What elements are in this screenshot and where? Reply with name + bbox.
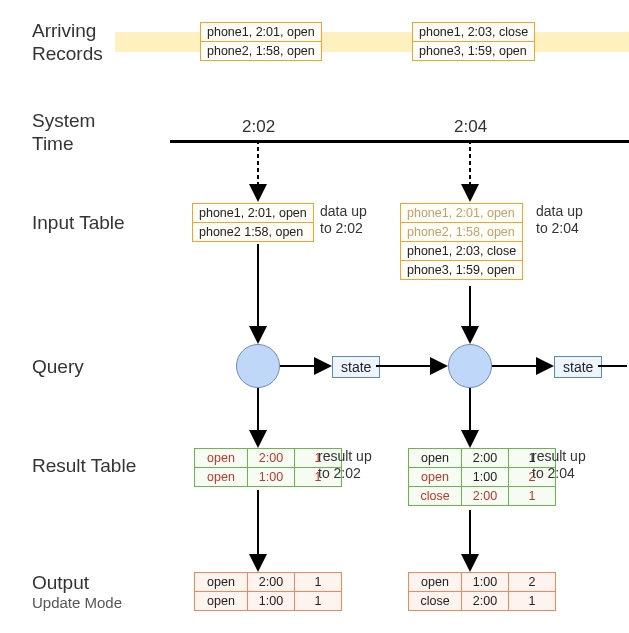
table-cell: phone1, 2:01, open [401, 204, 523, 223]
arriving-batch-1: phone1, 2:03, close phone3, 1:59, open [412, 22, 535, 61]
state-box-1: state [554, 356, 602, 378]
table-cell: open [195, 573, 248, 592]
table-cell: phone1, 2:01, open [201, 23, 322, 42]
time-axis [170, 140, 629, 143]
table-cell: phone3, 1:59, open [413, 42, 535, 61]
table-cell: 1:00 [462, 573, 509, 592]
table-cell: 1 [509, 592, 556, 611]
table-cell: open [195, 449, 248, 468]
input-table-202: phone1, 2:01, open phone2 1:58, open [192, 203, 314, 242]
state-box-0: state [332, 356, 380, 378]
label-update-mode: Update Mode [32, 594, 122, 612]
table-cell: phone3, 1:59, open [401, 261, 523, 280]
output-table-204: open 1:00 2 close 2:00 1 [408, 572, 556, 611]
diagram-root: { "chart_data": { "type": "table", "titl… [0, 0, 629, 633]
table-cell: 2:00 [462, 592, 509, 611]
table-cell: 2:00 [248, 573, 295, 592]
caption-result-204: result up to 2:04 [532, 448, 586, 482]
table-cell: phone2 1:58, open [193, 223, 314, 242]
label-result-table: Result Table [32, 455, 136, 478]
table-cell: 1 [509, 487, 556, 506]
caption-input-202: data up to 2:02 [320, 203, 367, 237]
table-cell: open [409, 573, 462, 592]
table-cell: phone1, 2:03, close [401, 242, 523, 261]
table-cell: open [195, 468, 248, 487]
table-cell: open [409, 449, 462, 468]
table-cell: 1 [295, 592, 342, 611]
label-input-table: Input Table [32, 212, 125, 235]
table-cell: phone1, 2:03, close [413, 23, 535, 42]
system-time-1: 2:04 [454, 117, 487, 137]
label-arriving-records: Arriving Records [32, 20, 103, 66]
table-cell: 1:00 [248, 592, 295, 611]
caption-input-204: data up to 2:04 [536, 203, 583, 237]
table-cell: 1:00 [248, 468, 295, 487]
output-table-202: open 2:00 1 open 1:00 1 [194, 572, 342, 611]
arriving-batch-0: phone1, 2:01, open phone2, 1:58, open [200, 22, 322, 61]
table-cell: 2:00 [248, 449, 295, 468]
table-cell: close [409, 592, 462, 611]
table-cell: 2:00 [462, 487, 509, 506]
label-system-time: System Time [32, 110, 95, 156]
query-node-1 [448, 344, 492, 388]
arrows-layer [0, 0, 629, 633]
caption-result-202: result up to 2:02 [318, 448, 372, 482]
query-node-0 [236, 344, 280, 388]
table-cell: 2 [509, 573, 556, 592]
label-output: Output [32, 572, 89, 595]
table-cell: open [195, 592, 248, 611]
table-cell: 1 [295, 573, 342, 592]
table-cell: 2:00 [462, 449, 509, 468]
table-cell: open [409, 468, 462, 487]
table-cell: phone1, 2:01, open [193, 204, 314, 223]
table-cell: 1:00 [462, 468, 509, 487]
system-time-0: 2:02 [242, 117, 275, 137]
table-cell: phone2, 1:58, open [401, 223, 523, 242]
label-query: Query [32, 356, 84, 379]
table-cell: phone2, 1:58, open [201, 42, 322, 61]
arriving-highlight [115, 32, 629, 52]
table-cell: close [409, 487, 462, 506]
input-table-204: phone1, 2:01, open phone2, 1:58, open ph… [400, 203, 523, 280]
